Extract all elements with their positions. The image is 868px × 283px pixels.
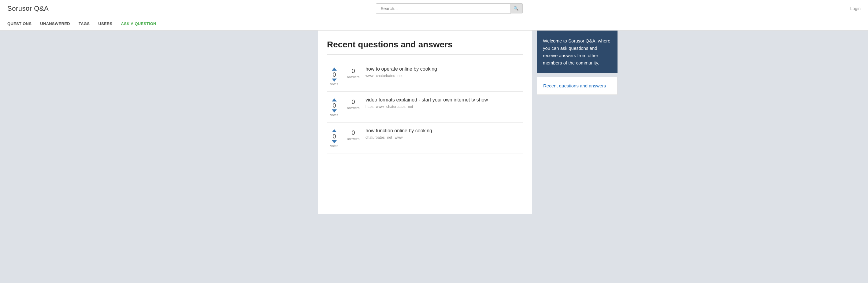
vote-count-2: 0: [333, 133, 336, 139]
question-title-2[interactable]: how function online by cooking: [366, 128, 523, 134]
vote-block-0: 0 votes: [327, 68, 342, 86]
questions-list: 0 votes 0 answers how to operate online …: [327, 61, 523, 153]
nav-unanswered[interactable]: UNANSWERED: [40, 22, 70, 26]
nav-users[interactable]: USERS: [98, 22, 112, 26]
sidebar-links: Recent questions and answers: [537, 77, 618, 95]
answers-label-0: answers: [347, 75, 360, 79]
answers-block-2: 0 answers: [346, 129, 361, 148]
search-button[interactable]: 🔍: [510, 3, 523, 13]
question-title-0[interactable]: how to operate online by cooking: [366, 66, 523, 72]
page-title: Recent questions and answers: [327, 40, 523, 55]
question-item: 0 votes 0 answers how to operate online …: [327, 61, 523, 92]
question-tag: www: [395, 135, 403, 140]
question-info-2: how function online by cooking chaturbat…: [366, 128, 523, 140]
question-tags-2: chaturbatesnetwww: [366, 135, 523, 140]
answers-label-2: answers: [347, 137, 360, 141]
answers-label-1: answers: [347, 106, 360, 110]
vote-answers-0: 0 votes 0 answers: [327, 66, 361, 86]
question-title-1[interactable]: video formats explained - start your own…: [366, 97, 523, 103]
login-link[interactable]: Login: [850, 6, 861, 11]
question-tags-0: wwwchaturbatesnet: [366, 74, 523, 78]
left-spacer: [250, 31, 318, 214]
vote-block-2: 0 votes: [327, 129, 342, 148]
search-container: 🔍: [376, 3, 523, 14]
question-tag: net: [408, 105, 413, 109]
answers-count-1: 0: [351, 98, 355, 105]
vote-label-0: votes: [330, 82, 338, 86]
vote-block-1: 0 votes: [327, 98, 342, 117]
vote-answers-2: 0 votes 0 answers: [327, 128, 361, 148]
answers-count-2: 0: [351, 129, 355, 136]
vote-answers-1: 0 votes 0 answers: [327, 97, 361, 117]
question-item: 0 votes 0 answers video formats explaine…: [327, 92, 523, 122]
main-nav: QUESTIONS UNANSWERED TAGS USERS ASK A QU…: [0, 17, 868, 31]
question-tag: chaturbates: [376, 74, 395, 78]
nav-questions[interactable]: QUESTIONS: [7, 22, 31, 26]
vote-up-2[interactable]: [332, 129, 337, 132]
question-tag: www: [376, 105, 384, 109]
question-tag: https: [366, 105, 373, 109]
sidebar-welcome: Welcome to Sorusor Q&A, where you can as…: [537, 31, 618, 73]
question-tag: net: [398, 74, 403, 78]
vote-count-1: 0: [333, 102, 336, 108]
search-input[interactable]: [376, 3, 511, 14]
header: Sorusor Q&A 🔍 Login: [0, 0, 868, 17]
question-info-0: how to operate online by cooking wwwchat…: [366, 66, 523, 78]
question-tag: net: [387, 135, 393, 140]
vote-count-0: 0: [333, 72, 336, 78]
vote-label-1: votes: [330, 113, 338, 117]
vote-label-2: votes: [330, 144, 338, 148]
content-area: Recent questions and answers 0 votes 0 a…: [318, 31, 532, 214]
sidebar: Welcome to Sorusor Q&A, where you can as…: [532, 31, 618, 214]
question-tag: chaturbates: [366, 135, 385, 140]
nav-tags[interactable]: TAGS: [79, 22, 90, 26]
vote-up-0[interactable]: [332, 68, 337, 71]
question-tag: www: [366, 74, 373, 78]
main-container: Recent questions and answers 0 votes 0 a…: [250, 31, 618, 214]
question-tags-1: httpswwwchaturbatesnet: [366, 105, 523, 109]
vote-down-0[interactable]: [332, 78, 337, 81]
vote-up-1[interactable]: [332, 98, 337, 102]
sidebar-link-recent[interactable]: Recent questions and answers: [543, 82, 611, 90]
vote-down-2[interactable]: [332, 140, 337, 143]
site-logo: Sorusor Q&A: [7, 5, 49, 12]
vote-down-1[interactable]: [332, 109, 337, 112]
answers-block-1: 0 answers: [346, 98, 361, 117]
answers-block-0: 0 answers: [346, 68, 361, 86]
answers-count-0: 0: [351, 68, 355, 75]
nav-ask-question[interactable]: ASK A QUESTION: [121, 22, 156, 26]
question-tag: chaturbates: [386, 105, 406, 109]
question-info-1: video formats explained - start your own…: [366, 97, 523, 109]
question-item: 0 votes 0 answers how function online by…: [327, 122, 523, 153]
